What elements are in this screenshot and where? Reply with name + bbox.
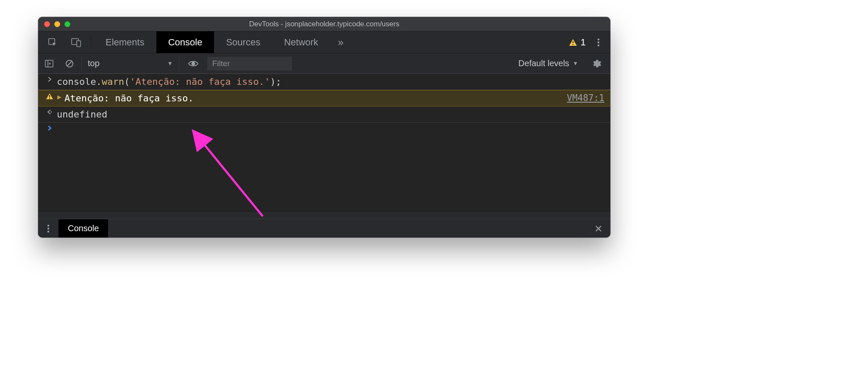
tab-sources[interactable]: Sources: [214, 31, 272, 53]
panel-tabs: Elements Console Sources Network » 1: [38, 31, 610, 53]
clear-console-icon[interactable]: [61, 59, 78, 68]
svg-point-7: [598, 44, 599, 46]
dropdown-icon: ▼: [167, 60, 173, 67]
titlebar: DevTools - jsonplaceholder.typicode.com/…: [38, 17, 610, 31]
console-warning-row[interactable]: ▶ Atenção: não faça isso. VM487:1: [38, 90, 610, 106]
svg-point-16: [47, 224, 49, 226]
settings-menu-icon[interactable]: [591, 31, 606, 53]
drawer-tab-console[interactable]: Console: [58, 219, 108, 238]
svg-point-18: [47, 230, 49, 232]
inspect-element-icon[interactable]: [41, 31, 64, 53]
device-toolbar-icon[interactable]: [64, 31, 88, 53]
levels-label: Default levels: [518, 59, 569, 68]
prompt-chevron-icon: [42, 125, 57, 131]
expand-icon[interactable]: ▶: [57, 93, 64, 101]
tabs-overflow-icon[interactable]: »: [330, 31, 351, 53]
log-levels-selector[interactable]: Default levels ▼: [512, 59, 584, 68]
svg-rect-2: [77, 41, 81, 47]
warnings-count: 1: [581, 37, 586, 48]
tab-network[interactable]: Network: [272, 31, 330, 53]
warning-source-link[interactable]: VM487:1: [567, 93, 604, 103]
svg-rect-13: [49, 95, 50, 97]
window-controls: [44, 21, 70, 27]
maximize-window-button[interactable]: [64, 21, 70, 27]
minimize-window-button[interactable]: [54, 21, 60, 27]
result-value: undefined: [57, 109, 604, 120]
drawer: Console: [38, 219, 610, 238]
execution-context-selector[interactable]: top ▼: [81, 56, 179, 71]
console-input-row: console.warn('Atenção: não faça isso.');: [38, 74, 610, 90]
warning-icon: [42, 93, 57, 100]
input-chevron-icon: [42, 76, 57, 82]
console-messages: console.warn('Atenção: não faça isso.');…: [38, 74, 610, 211]
live-expression-icon[interactable]: [183, 60, 204, 67]
dropdown-icon: ▼: [573, 60, 578, 67]
svg-point-5: [598, 38, 599, 40]
toggle-sidebar-icon[interactable]: [41, 59, 58, 68]
console-prompt-row[interactable]: [38, 123, 610, 137]
svg-rect-4: [573, 44, 573, 45]
drawer-menu-icon[interactable]: [42, 224, 54, 233]
svg-point-15: [51, 112, 52, 113]
drawer-close-icon[interactable]: [591, 225, 606, 232]
svg-point-12: [192, 62, 195, 65]
console-input-code: console.warn('Atenção: não faça isso.');: [57, 76, 604, 87]
context-label: top: [88, 59, 100, 68]
warning-icon: [569, 39, 577, 46]
svg-rect-3: [573, 41, 573, 43]
close-window-button[interactable]: [44, 21, 50, 27]
tab-elements[interactable]: Elements: [94, 31, 156, 53]
result-chevron-icon: [42, 109, 57, 115]
svg-line-11: [67, 61, 72, 66]
filter-input[interactable]: [207, 57, 292, 70]
drawer-resize-handle[interactable]: [38, 211, 610, 219]
console-toolbar: top ▼ Default levels ▼: [38, 53, 610, 74]
warnings-indicator[interactable]: 1: [569, 31, 591, 53]
separator: [91, 36, 91, 49]
console-result-row: undefined: [38, 106, 610, 123]
devtools-window: DevTools - jsonplaceholder.typicode.com/…: [38, 17, 610, 238]
svg-rect-14: [49, 98, 50, 99]
warning-message: Atenção: não faça isso.: [64, 93, 567, 103]
window-title: DevTools - jsonplaceholder.typicode.com/…: [38, 20, 610, 28]
svg-point-6: [598, 41, 599, 43]
console-settings-icon[interactable]: [587, 59, 606, 68]
tab-console[interactable]: Console: [156, 31, 214, 53]
svg-point-17: [47, 227, 49, 229]
